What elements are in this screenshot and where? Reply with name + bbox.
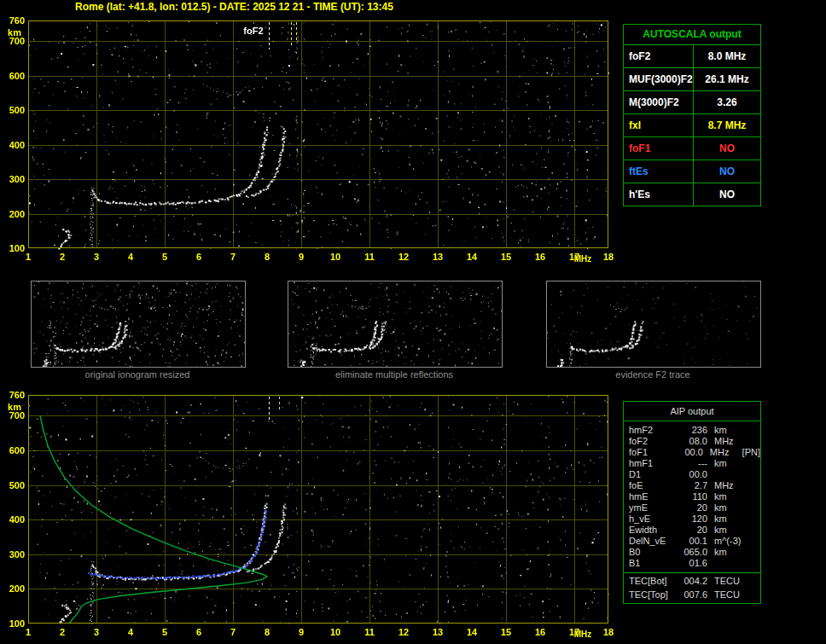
thumbnail-caption: evidence F2 trace xyxy=(546,369,759,380)
param-label: DelN_vE xyxy=(624,536,677,547)
param-unit: TECU xyxy=(707,589,748,600)
table-row: h_vE 120 km xyxy=(624,513,760,525)
aip-table-title: AIP output xyxy=(624,402,760,421)
param-label: h_vE xyxy=(624,513,677,525)
param-label: ymE xyxy=(624,502,677,513)
param-label: Ewidth xyxy=(624,525,677,536)
param-note: [PN] xyxy=(742,447,760,458)
param-unit: MHz xyxy=(707,436,748,447)
table-row: hmE 110 km xyxy=(624,491,760,502)
param-value: 00.0 xyxy=(674,447,703,458)
thumbnail-caption: eliminate multiple reflections xyxy=(288,369,501,380)
param-value: NO xyxy=(694,183,760,206)
param-value: 8.0 MHz xyxy=(694,45,760,67)
table-row: hmF2 236 km xyxy=(624,425,760,436)
param-note xyxy=(748,589,760,600)
table-row: foF2 08.0 MHz xyxy=(624,436,760,447)
table-row: foF2 8.0 MHz xyxy=(624,45,760,68)
param-label: B0 xyxy=(624,547,677,558)
param-value: 236 xyxy=(677,425,707,436)
param-value: 007.6 xyxy=(677,589,707,600)
param-label: foF1 xyxy=(624,137,694,160)
table-row: DelN_vE 00.1 m^(-3) xyxy=(624,536,760,547)
param-value: 08.0 xyxy=(677,436,707,447)
param-value: 004.2 xyxy=(677,576,707,589)
table-row: fxI 8.7 MHz xyxy=(624,114,760,137)
param-value: 20 xyxy=(677,502,707,513)
table-row: B1 01.6 xyxy=(624,558,760,569)
param-unit: km xyxy=(707,491,748,502)
param-label: D1 xyxy=(624,469,677,480)
bottom-ionogram-profile-canvas xyxy=(0,388,619,644)
param-value: NO xyxy=(694,160,760,183)
param-value: NO xyxy=(694,137,760,160)
table-row: ftEs NO xyxy=(624,160,760,183)
table-row-tec-top: TEC[Top] 007.6 TECU xyxy=(624,589,760,600)
param-unit xyxy=(707,469,748,480)
param-label: M(3000)F2 xyxy=(624,91,694,113)
param-value: 01.6 xyxy=(677,558,707,569)
param-value: 8.7 MHz xyxy=(694,114,760,136)
param-note xyxy=(748,502,760,513)
param-unit: MHz xyxy=(707,480,748,491)
param-value: 3.26 xyxy=(694,91,760,113)
param-unit: TECU xyxy=(707,576,748,589)
param-note xyxy=(748,480,760,491)
param-value: 00.0 xyxy=(677,469,707,480)
param-label: MUF(3000)F2 xyxy=(624,68,694,90)
param-value: 20 xyxy=(677,525,707,536)
param-note xyxy=(748,576,760,589)
param-unit: km xyxy=(707,513,748,525)
autoscala-table-title: AUTOSCALA output xyxy=(624,25,760,45)
param-note xyxy=(748,469,760,480)
param-label: B1 xyxy=(624,558,677,569)
param-unit: m^(-3) xyxy=(707,536,748,547)
table-row: foF1 NO xyxy=(624,137,760,160)
table-row: B0 065.0 km xyxy=(624,547,760,558)
table-row: MUF(3000)F2 26.1 MHz xyxy=(624,68,760,91)
thumbnail-cleaned-ionogram xyxy=(288,281,503,368)
param-value: 120 xyxy=(677,513,707,525)
param-label: TEC[Bot] xyxy=(624,576,677,589)
param-unit: MHz xyxy=(703,447,742,458)
param-unit: km xyxy=(707,458,748,469)
aip-output-table: AIP output hmF2 236 km foF2 08.0 MHz foF… xyxy=(623,401,761,604)
param-unit: km xyxy=(707,425,748,436)
param-note xyxy=(748,513,760,525)
param-note xyxy=(748,425,760,436)
param-value: 065.0 xyxy=(677,547,707,558)
param-label: h'Es xyxy=(624,183,694,206)
param-value: 110 xyxy=(677,491,707,502)
param-label: foF2 xyxy=(624,45,694,67)
station-title: Rome (lat: +41.8, lon: 012.5) - DATE: 20… xyxy=(75,1,393,13)
table-row: D1 00.0 xyxy=(624,469,760,480)
param-note xyxy=(748,525,760,536)
param-label: hmF2 xyxy=(624,425,677,436)
param-unit xyxy=(707,558,748,569)
param-label: hmE xyxy=(624,491,677,502)
param-note xyxy=(748,536,760,547)
param-note xyxy=(748,458,760,469)
param-unit: km xyxy=(707,525,748,536)
table-row: foF1 00.0 MHz [PN] xyxy=(624,447,760,458)
param-value: 2.7 xyxy=(677,480,707,491)
thumbnail-original-ionogram xyxy=(31,281,246,368)
param-label: fxI xyxy=(624,114,694,136)
param-value: 26.1 MHz xyxy=(694,68,760,90)
param-label: TEC[Top] xyxy=(624,589,677,600)
thumbnail-f2-trace xyxy=(546,281,761,368)
top-ionogram-canvas xyxy=(0,14,619,270)
table-row: h'Es NO xyxy=(624,183,760,206)
param-note xyxy=(748,436,760,447)
table-row-tec-bottom: TEC[Bot] 004.2 TECU xyxy=(624,572,760,589)
param-unit: km xyxy=(707,502,748,513)
param-unit: km xyxy=(707,547,748,558)
table-row: foE 2.7 MHz xyxy=(624,480,760,491)
param-label: foE xyxy=(624,480,677,491)
param-note xyxy=(748,558,760,569)
param-value: --- xyxy=(677,458,707,469)
param-label: foF2 xyxy=(624,436,677,447)
param-value: 00.1 xyxy=(677,536,707,547)
autoscala-output-table: AUTOSCALA output foF2 8.0 MHz MUF(3000)F… xyxy=(623,24,761,206)
param-label: ftEs xyxy=(624,160,694,183)
